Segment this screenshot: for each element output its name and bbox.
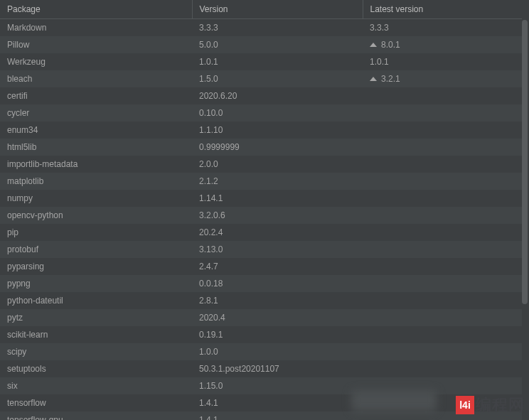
package-name: pyparsing xyxy=(0,258,192,275)
table-row[interactable]: pytz2020.4 xyxy=(0,309,522,326)
package-latest xyxy=(363,122,522,139)
header-version[interactable]: Version xyxy=(192,0,363,18)
package-latest xyxy=(363,104,522,122)
package-latest xyxy=(363,309,522,326)
table-row[interactable]: importlib-metadata2.0.0 xyxy=(0,156,522,173)
latest-version-text: 3.3.3 xyxy=(370,23,389,33)
package-name: certifi xyxy=(0,87,192,104)
package-name: matplotlib xyxy=(0,173,192,190)
package-latest xyxy=(363,241,522,258)
table-row[interactable]: html5lib0.9999999 xyxy=(0,139,522,156)
package-name: html5lib xyxy=(0,139,192,156)
table-row[interactable]: six1.15.0 xyxy=(0,377,522,394)
package-name: tensorflow xyxy=(0,394,192,411)
package-latest xyxy=(363,207,522,224)
table-row[interactable]: pypng0.0.18 xyxy=(0,275,522,292)
package-version: 1.0.1 xyxy=(192,53,363,70)
package-version: 0.10.0 xyxy=(192,104,363,122)
latest-version-text: 1.0.1 xyxy=(370,57,389,67)
package-version: 3.2.0.6 xyxy=(192,207,363,224)
package-version: 20.2.4 xyxy=(192,224,363,241)
package-version: 3.3.3 xyxy=(192,18,363,36)
package-latest: 8.0.1 xyxy=(363,36,522,53)
package-name: pypng xyxy=(0,275,192,292)
package-latest xyxy=(363,326,522,343)
package-version: 1.15.0 xyxy=(192,377,363,394)
package-version: 0.19.1 xyxy=(192,326,363,343)
table-row[interactable]: matplotlib2.1.2 xyxy=(0,173,522,190)
package-latest xyxy=(363,360,522,377)
watermark-text: 编程网 xyxy=(476,394,525,416)
package-latest xyxy=(363,173,522,190)
package-version: 0.9999999 xyxy=(192,139,363,156)
table-row[interactable]: certifi2020.6.20 xyxy=(0,87,522,104)
table-row[interactable]: scipy1.0.0 xyxy=(0,343,522,360)
package-version: 1.1.10 xyxy=(192,122,363,139)
table-row[interactable]: enum341.1.10 xyxy=(0,122,522,139)
package-name: tensorflow-gpu xyxy=(0,411,192,421)
table-row[interactable]: pyparsing2.4.7 xyxy=(0,258,522,275)
package-version: 1.4.1 xyxy=(192,411,363,421)
package-latest xyxy=(363,292,522,309)
package-version: 1.5.0 xyxy=(192,70,363,87)
table-row[interactable]: Markdown3.3.33.3.3 xyxy=(0,18,522,36)
package-version: 2020.4 xyxy=(192,309,363,326)
package-name: numpy xyxy=(0,190,192,207)
package-name: cycler xyxy=(0,104,192,122)
package-latest xyxy=(363,139,522,156)
package-name: importlib-metadata xyxy=(0,156,192,173)
vertical-scrollbar[interactable] xyxy=(522,20,528,414)
table-row[interactable]: setuptools50.3.1.post20201107 xyxy=(0,360,522,377)
watermark: l4i 编程网 xyxy=(456,394,525,416)
package-name: pip xyxy=(0,224,192,241)
package-version: 1.14.1 xyxy=(192,190,363,207)
table-row[interactable]: scikit-learn0.19.1 xyxy=(0,326,522,343)
package-latest: 3.2.1 xyxy=(363,70,522,87)
package-latest xyxy=(363,87,522,104)
latest-version-text: 3.2.1 xyxy=(381,74,400,84)
table-row[interactable]: Pillow5.0.08.0.1 xyxy=(0,36,522,53)
package-version: 0.0.18 xyxy=(192,275,363,292)
upgrade-available-icon xyxy=(370,43,377,47)
package-version: 5.0.0 xyxy=(192,36,363,53)
package-version: 1.0.0 xyxy=(192,343,363,360)
package-version: 1.4.1 xyxy=(192,394,363,411)
latest-version-text: 8.0.1 xyxy=(381,40,400,50)
packages-table: Package Version Latest version Markdown3… xyxy=(0,0,522,420)
table-row[interactable]: tensorflow1.4.1 xyxy=(0,394,522,411)
package-name: scipy xyxy=(0,343,192,360)
package-name: scikit-learn xyxy=(0,326,192,343)
header-latest[interactable]: Latest version xyxy=(363,0,522,18)
package-name: Werkzeug xyxy=(0,53,192,70)
table-row[interactable]: Werkzeug1.0.11.0.1 xyxy=(0,53,522,70)
package-version: 2.1.2 xyxy=(192,173,363,190)
upgrade-available-icon xyxy=(370,77,377,81)
watermark-blur xyxy=(351,390,437,411)
header-package[interactable]: Package xyxy=(0,0,192,18)
package-name: enum34 xyxy=(0,122,192,139)
table-row[interactable]: bleach1.5.03.2.1 xyxy=(0,70,522,87)
package-version: 3.13.0 xyxy=(192,241,363,258)
package-name: Markdown xyxy=(0,18,192,36)
package-latest xyxy=(363,156,522,173)
package-latest xyxy=(363,343,522,360)
package-version: 2.0.0 xyxy=(192,156,363,173)
package-name: python-dateutil xyxy=(0,292,192,309)
scrollbar-thumb[interactable] xyxy=(522,20,528,304)
table-row[interactable]: numpy1.14.1 xyxy=(0,190,522,207)
table-row[interactable]: cycler0.10.0 xyxy=(0,104,522,122)
package-latest: 1.0.1 xyxy=(363,53,522,70)
package-version: 2.8.1 xyxy=(192,292,363,309)
package-latest xyxy=(363,224,522,241)
package-name: setuptools xyxy=(0,360,192,377)
table-row[interactable]: opencv-python3.2.0.6 xyxy=(0,207,522,224)
table-row[interactable]: python-dateutil2.8.1 xyxy=(0,292,522,309)
table-row[interactable]: protobuf3.13.0 xyxy=(0,241,522,258)
table-header-row: Package Version Latest version xyxy=(0,0,522,18)
table-row[interactable]: pip20.2.4 xyxy=(0,224,522,241)
table-row[interactable]: tensorflow-gpu1.4.1 xyxy=(0,411,522,421)
package-latest xyxy=(363,190,522,207)
package-name: opencv-python xyxy=(0,207,192,224)
watermark-logo: l4i xyxy=(456,396,474,414)
package-latest xyxy=(363,258,522,275)
